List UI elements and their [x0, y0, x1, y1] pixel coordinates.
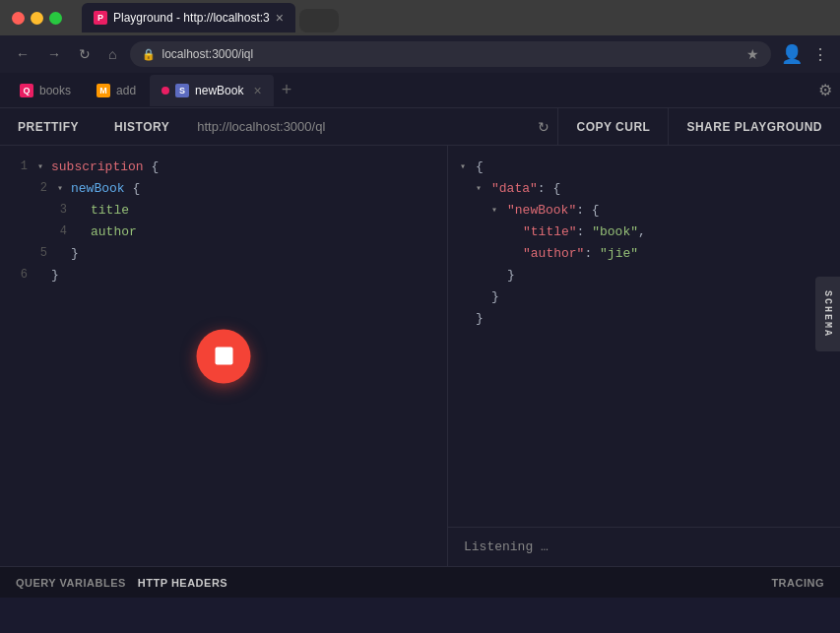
minimize-traffic-light[interactable]: [31, 12, 43, 25]
fullscreen-traffic-light[interactable]: [49, 12, 62, 25]
tab-favicon: P: [94, 11, 107, 25]
refresh-button[interactable]: ↻: [75, 42, 95, 66]
keyword-subscription: subscription: [51, 159, 144, 174]
json-key-author: "author": [523, 246, 584, 261]
json-line-close-data: }: [464, 285, 840, 307]
field-title: title: [91, 203, 129, 218]
http-headers-button[interactable]: HTTP HEADERS: [138, 577, 239, 589]
stop-icon: [215, 348, 232, 365]
forward-button[interactable]: →: [43, 42, 65, 66]
tab-books[interactable]: Q books: [8, 75, 83, 106]
tab-newbook-close[interactable]: ×: [253, 83, 261, 98]
tab-books-label: books: [39, 84, 71, 97]
tab-newbook-dot: [162, 87, 169, 95]
json-line-newbook: ▾ "newBook" : {: [480, 199, 840, 221]
json-comma-title: ,: [638, 224, 646, 239]
tab-add-favicon: M: [97, 84, 110, 97]
browser-tab-close[interactable]: ×: [276, 11, 284, 25]
new-tab-area: [299, 9, 339, 32]
schema-tab[interactable]: SCHEMA: [815, 277, 840, 351]
fold-spacer-5: [57, 248, 67, 259]
json-brace-data: {: [552, 181, 560, 196]
execute-stop-button[interactable]: [197, 329, 251, 383]
json-colon-data: :: [538, 181, 553, 196]
toolbar: PRETTIFY HISTORY ↻ COPY CURL SHARE PLAYG…: [0, 108, 840, 146]
brace-1: {: [144, 159, 160, 174]
code-line-3: 3 title: [39, 199, 447, 221]
back-button[interactable]: ←: [12, 42, 33, 66]
json-spacer-root: [460, 313, 472, 324]
json-brace-newbook: {: [592, 203, 600, 218]
line-num-5: 5: [28, 246, 47, 260]
listening-text: Listening …: [464, 539, 549, 554]
app-container: Q books M add S newBook × + ⚙ PRETTIFY H…: [0, 73, 840, 598]
json-colon-newbook: :: [576, 203, 592, 218]
address-text: localhost:3000/iql: [162, 47, 741, 61]
json-fold-newbook[interactable]: ▾: [491, 204, 503, 216]
json-line-close-root: }: [448, 307, 840, 329]
history-button[interactable]: HISTORY: [97, 108, 187, 146]
json-key-data: "data": [491, 181, 538, 196]
lock-icon: 🔒: [142, 48, 156, 61]
json-brace-open: {: [476, 159, 484, 174]
home-button[interactable]: ⌂: [104, 42, 120, 66]
code-line-4: 4 author: [39, 221, 447, 242]
share-playground-button[interactable]: SHARE PLAYGROUND: [668, 108, 840, 146]
browser-tab-title: Playground - http://localhost:3: [113, 11, 270, 25]
query-variables-button[interactable]: QUERY VARIABLES: [16, 577, 138, 589]
json-spacer-data: [476, 291, 487, 302]
menu-icon[interactable]: ⋮: [812, 45, 828, 64]
json-brace-close-nb: }: [507, 268, 515, 283]
json-fold-title: [507, 226, 519, 237]
field-author: author: [91, 224, 137, 239]
browser-titlebar: P Playground - http://localhost:3 ×: [0, 0, 840, 35]
right-panel: ▾ { ▾ "data" : { ▾ "newBook" : { "title"…: [448, 146, 840, 566]
json-value-title: "book": [592, 224, 638, 239]
copy-curl-button[interactable]: COPY CURL: [557, 108, 668, 146]
panels: 1 ▾ subscription { 2 ▾ newBook { 3 title…: [0, 146, 840, 566]
fold-spacer-6: [37, 270, 47, 281]
tab-add[interactable]: M add: [85, 75, 148, 106]
json-line-1: ▾ {: [448, 156, 840, 177]
json-line-title: "title" : "book" ,: [495, 221, 840, 242]
json-spacer-nb: [491, 270, 503, 281]
tab-add-label: add: [116, 84, 136, 97]
line-num-6: 6: [8, 268, 28, 282]
json-line-close-nb: }: [480, 264, 840, 285]
browser-tab-active[interactable]: P Playground - http://localhost:3 ×: [82, 3, 295, 32]
url-input[interactable]: [187, 119, 530, 134]
brace-close-2: }: [51, 268, 59, 283]
user-icon[interactable]: 👤: [781, 43, 803, 65]
json-fold-data[interactable]: ▾: [476, 182, 487, 194]
fold-arrow-1[interactable]: ▾: [37, 160, 47, 172]
address-bar[interactable]: 🔒 localhost:3000/iql ★: [130, 41, 771, 67]
tracing-button[interactable]: TRACING: [771, 577, 824, 589]
line-num-3: 3: [47, 203, 67, 217]
json-colon-author: :: [584, 246, 600, 261]
json-key-title: "title": [523, 224, 577, 239]
refresh-icon[interactable]: ↻: [530, 119, 557, 135]
traffic-lights: [12, 12, 62, 25]
brace-close-1: }: [71, 246, 79, 261]
settings-icon[interactable]: ⚙: [818, 81, 832, 99]
gql-tabs: Q books M add S newBook × + ⚙: [0, 73, 840, 108]
close-traffic-light[interactable]: [12, 12, 25, 25]
json-fold-1[interactable]: ▾: [460, 160, 472, 172]
json-fold-author: [507, 248, 519, 259]
code-line-5: 5 }: [20, 242, 447, 264]
bottom-bar: QUERY VARIABLES HTTP HEADERS TRACING: [0, 566, 840, 598]
json-line-author: "author" : "jie": [495, 242, 840, 264]
code-line-1: 1 ▾ subscription {: [0, 156, 447, 177]
tab-books-favicon: Q: [20, 84, 33, 97]
json-brace-close-root: }: [476, 311, 484, 326]
fold-arrow-2[interactable]: ▾: [57, 182, 67, 194]
listening-bar: Listening …: [448, 527, 840, 566]
line-num-2: 2: [28, 181, 47, 195]
prettify-button[interactable]: PRETTIFY: [0, 108, 97, 146]
tab-newbook[interactable]: S newBook ×: [150, 75, 274, 106]
toolbar-right: COPY CURL SHARE PLAYGROUND: [557, 108, 840, 146]
json-line-data: ▾ "data" : {: [464, 177, 840, 199]
fold-spacer-4: [77, 226, 87, 237]
json-colon-title: :: [577, 224, 593, 239]
new-tab-button[interactable]: +: [276, 80, 298, 100]
